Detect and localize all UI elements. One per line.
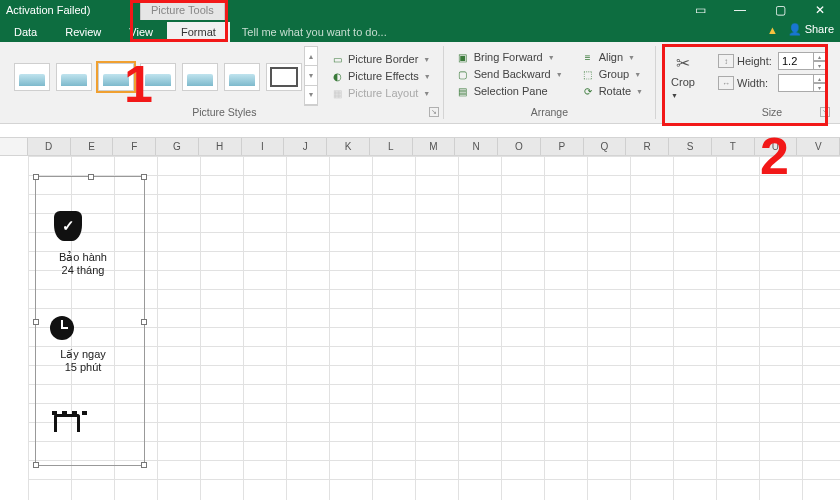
chevron-down-icon: ▼ xyxy=(636,88,643,95)
ribbon-tabs: Data Review View Format Tell me what you… xyxy=(0,20,840,42)
formula-bar-area xyxy=(0,124,840,138)
picture-style-1[interactable] xyxy=(14,63,50,91)
picture-effects-button[interactable]: ◐Picture Effects▼ xyxy=(328,68,433,84)
minimize-icon[interactable]: — xyxy=(720,0,760,20)
warranty-text: Bảo hành 24 tháng xyxy=(38,251,128,276)
selection-pane-icon: ▤ xyxy=(456,84,470,98)
resize-handle[interactable] xyxy=(88,174,94,180)
column-header[interactable]: V xyxy=(797,138,840,155)
resize-handle[interactable] xyxy=(141,174,147,180)
group-icon: ⬚ xyxy=(581,67,595,81)
column-header[interactable]: K xyxy=(327,138,370,155)
column-header[interactable]: L xyxy=(370,138,413,155)
share-button[interactable]: 👤 Share xyxy=(788,23,834,36)
chevron-down-icon: ▼ xyxy=(634,71,641,78)
effects-icon: ◐ xyxy=(330,69,344,83)
bring-forward-button[interactable]: ▣Bring Forward▼ xyxy=(454,49,565,65)
rotate-icon: ⟳ xyxy=(581,84,595,98)
tab-review[interactable]: Review xyxy=(51,22,115,42)
picture-style-6[interactable] xyxy=(224,63,260,91)
send-backward-icon: ▢ xyxy=(456,67,470,81)
ribbon-options-icon[interactable]: ▭ xyxy=(680,0,720,20)
column-header[interactable]: R xyxy=(626,138,669,155)
title-bar: Activation Failed) Picture Tools ▭ — ▢ ✕ xyxy=(0,0,840,20)
column-header[interactable]: P xyxy=(541,138,584,155)
column-header[interactable]: Q xyxy=(584,138,627,155)
column-header[interactable]: M xyxy=(413,138,456,155)
column-header[interactable]: D xyxy=(28,138,71,155)
picture-style-2[interactable] xyxy=(56,63,92,91)
annotation-number-2: 2 xyxy=(760,126,789,186)
layout-icon: ▦ xyxy=(330,86,344,100)
column-header[interactable]: I xyxy=(242,138,285,155)
box-icon xyxy=(54,414,80,432)
column-header[interactable]: F xyxy=(113,138,156,155)
activation-status: Activation Failed) xyxy=(0,4,96,16)
chevron-down-icon: ▼ xyxy=(424,73,431,80)
resize-handle[interactable] xyxy=(141,462,147,468)
picture-style-5[interactable] xyxy=(182,63,218,91)
column-header[interactable]: N xyxy=(455,138,498,155)
border-icon: ▭ xyxy=(330,52,344,66)
rotate-button[interactable]: ⟳Rotate▼ xyxy=(579,83,645,99)
align-button[interactable]: ≡Align▼ xyxy=(579,49,645,65)
group-label: Picture Styles xyxy=(12,106,437,119)
picture-border-button[interactable]: ▭Picture Border▼ xyxy=(328,51,433,67)
column-header[interactable]: O xyxy=(498,138,541,155)
warning-icon[interactable]: ▲ xyxy=(767,24,778,36)
shield-check-icon: ✓ xyxy=(54,211,82,241)
group-picture-styles: ▴▾▾ ▭Picture Border▼ ◐Picture Effects▼ ▦… xyxy=(6,46,444,119)
column-header[interactable]: H xyxy=(199,138,242,155)
resize-handle[interactable] xyxy=(33,462,39,468)
send-backward-button[interactable]: ▢Send Backward▼ xyxy=(454,66,565,82)
chevron-down-icon: ▼ xyxy=(548,54,555,61)
chevron-down-icon: ▼ xyxy=(423,56,430,63)
selection-pane-button[interactable]: ▤Selection Pane xyxy=(454,83,565,99)
tab-data[interactable]: Data xyxy=(0,22,51,42)
picture-layout-button: ▦Picture Layout▼ xyxy=(328,85,433,101)
resize-handle[interactable] xyxy=(33,319,39,325)
column-header[interactable]: T xyxy=(712,138,755,155)
maximize-icon[interactable]: ▢ xyxy=(760,0,800,20)
column-header[interactable]: G xyxy=(156,138,199,155)
select-all-corner[interactable] xyxy=(0,138,28,155)
annotation-box-2 xyxy=(662,44,828,126)
dialog-launcher-icon[interactable]: ↘ xyxy=(429,107,439,117)
column-header[interactable]: S xyxy=(669,138,712,155)
column-header[interactable]: J xyxy=(284,138,327,155)
group-button[interactable]: ⬚Group▼ xyxy=(579,66,645,82)
pickup-text: Lấy ngay 15 phút xyxy=(38,348,128,373)
worksheet-grid[interactable]: ✓ Bảo hành 24 tháng Lấy ngay 15 phút xyxy=(0,156,840,500)
group-label: Arrange xyxy=(450,106,649,119)
annotation-box-1 xyxy=(130,0,228,42)
tell-me-input[interactable]: Tell me what you want to do... xyxy=(230,22,399,42)
chevron-down-icon: ▼ xyxy=(423,90,430,97)
chevron-down-icon: ▼ xyxy=(628,54,635,61)
column-headers: DEFGHIJKLMNOPQRSTUV xyxy=(0,138,840,156)
styles-gallery-more[interactable]: ▴▾▾ xyxy=(304,46,318,106)
group-arrange: ▣Bring Forward▼ ▢Send Backward▼ ▤Selecti… xyxy=(444,46,656,119)
close-icon[interactable]: ✕ xyxy=(800,0,840,20)
resize-handle[interactable] xyxy=(141,319,147,325)
annotation-number-1: 1 xyxy=(124,54,153,114)
resize-handle[interactable] xyxy=(33,174,39,180)
chevron-down-icon: ▼ xyxy=(556,71,563,78)
column-header[interactable]: E xyxy=(71,138,114,155)
picture-style-7[interactable] xyxy=(266,63,302,91)
clock-icon xyxy=(50,316,74,340)
bring-forward-icon: ▣ xyxy=(456,50,470,64)
align-icon: ≡ xyxy=(581,50,595,64)
